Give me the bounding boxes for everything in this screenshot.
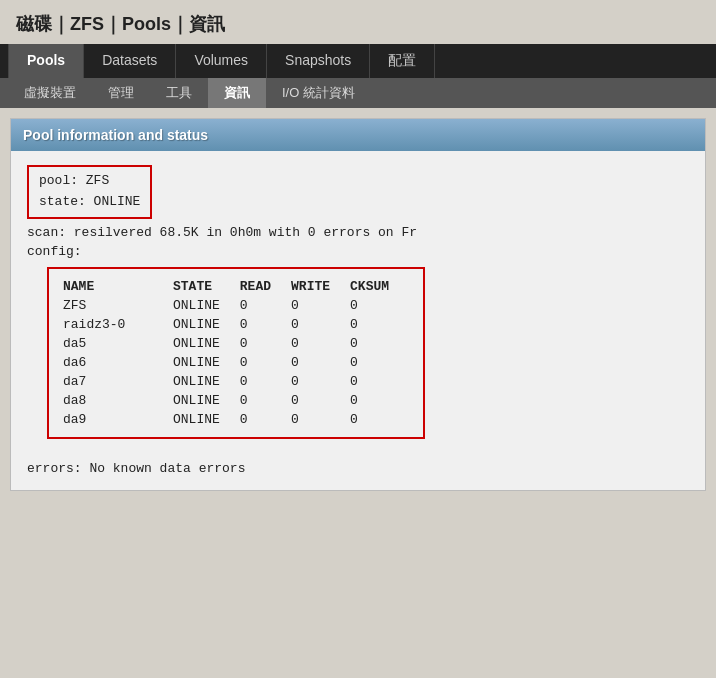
row-cksum: 0	[350, 315, 409, 334]
col-header-state: STATE	[173, 277, 240, 296]
row-name: da9	[63, 410, 173, 429]
config-table-header: NAMESTATEREADWRITECKSUM	[63, 277, 409, 296]
row-cksum: 0	[350, 410, 409, 429]
row-write: 0	[291, 372, 350, 391]
row-state: ONLINE	[173, 334, 240, 353]
row-read: 0	[240, 296, 291, 315]
row-write: 0	[291, 391, 350, 410]
config-table-box: NAMESTATEREADWRITECKSUM ZFSONLINE000 rai…	[47, 267, 425, 439]
row-write: 0	[291, 334, 350, 353]
scan-line-text: scan: resilvered 68.5K in 0h0m with 0 er…	[27, 225, 417, 240]
row-read: 0	[240, 410, 291, 429]
table-row: ZFSONLINE000	[63, 296, 409, 315]
row-state: ONLINE	[173, 372, 240, 391]
secondary-nav-tab[interactable]: 虛擬裝置	[8, 78, 92, 108]
secondary-nav-tab[interactable]: I/O 統計資料	[266, 78, 371, 108]
row-read: 0	[240, 315, 291, 334]
config-table-body: ZFSONLINE000 raidz3-0ONLINE000 da5ONLINE…	[63, 296, 409, 429]
row-write: 0	[291, 353, 350, 372]
row-write: 0	[291, 315, 350, 334]
row-name: da7	[63, 372, 173, 391]
col-header-read: READ	[240, 277, 291, 296]
pool-name-line: pool: ZFS	[39, 171, 140, 192]
row-state: ONLINE	[173, 391, 240, 410]
config-label: config:	[27, 244, 689, 259]
row-state: ONLINE	[173, 296, 240, 315]
row-name: da6	[63, 353, 173, 372]
row-write: 0	[291, 296, 350, 315]
secondary-nav-tab[interactable]: 管理	[92, 78, 150, 108]
page-wrapper: 磁碟｜ZFS｜Pools｜資訊 PoolsDatasetsVolumesSnap…	[0, 0, 716, 678]
table-row: da8ONLINE000	[63, 391, 409, 410]
col-header-write: WRITE	[291, 277, 350, 296]
row-cksum: 0	[350, 353, 409, 372]
table-row: da6ONLINE000	[63, 353, 409, 372]
row-name: da5	[63, 334, 173, 353]
primary-nav: PoolsDatasetsVolumesSnapshots配置	[0, 44, 716, 78]
secondary-nav-tab[interactable]: 工具	[150, 78, 208, 108]
row-cksum: 0	[350, 334, 409, 353]
row-state: ONLINE	[173, 410, 240, 429]
col-header-name: NAME	[63, 277, 173, 296]
config-label-text: config:	[27, 244, 82, 259]
secondary-nav: 虛擬裝置管理工具資訊I/O 統計資料	[0, 78, 716, 108]
pool-name-value: ZFS	[86, 173, 109, 188]
row-read: 0	[240, 334, 291, 353]
row-name: da8	[63, 391, 173, 410]
breadcrumb: 磁碟｜ZFS｜Pools｜資訊	[0, 0, 716, 44]
row-cksum: 0	[350, 372, 409, 391]
row-name: raidz3-0	[63, 315, 173, 334]
row-read: 0	[240, 391, 291, 410]
row-state: ONLINE	[173, 315, 240, 334]
row-cksum: 0	[350, 296, 409, 315]
section-body: pool: ZFS state: ONLINE scan: resilvered…	[11, 151, 705, 490]
secondary-nav-tab[interactable]: 資訊	[208, 78, 266, 108]
row-write: 0	[291, 410, 350, 429]
section-header-text: Pool information and status	[23, 127, 208, 143]
scan-line: scan: resilvered 68.5K in 0h0m with 0 er…	[27, 225, 689, 240]
pool-state-box: pool: ZFS state: ONLINE	[27, 165, 152, 219]
row-name: ZFS	[63, 296, 173, 315]
col-header-cksum: CKSUM	[350, 277, 409, 296]
errors-line-text: errors: No known data errors	[27, 461, 245, 476]
table-row: raidz3-0ONLINE000	[63, 315, 409, 334]
breadcrumb-text: 磁碟｜ZFS｜Pools｜資訊	[16, 14, 225, 34]
primary-nav-tab-pools[interactable]: Pools	[8, 44, 84, 78]
config-table: NAMESTATEREADWRITECKSUM ZFSONLINE000 rai…	[63, 277, 409, 429]
row-cksum: 0	[350, 391, 409, 410]
row-state: ONLINE	[173, 353, 240, 372]
table-row: da7ONLINE000	[63, 372, 409, 391]
row-read: 0	[240, 372, 291, 391]
row-read: 0	[240, 353, 291, 372]
primary-nav-tab-snapshots[interactable]: Snapshots	[267, 44, 370, 78]
content-area: Pool information and status pool: ZFS st…	[10, 118, 706, 491]
pool-state-line: state: ONLINE	[39, 192, 140, 213]
primary-nav-tab-volumes[interactable]: Volumes	[176, 44, 267, 78]
section-header: Pool information and status	[11, 119, 705, 151]
pool-state-value: ONLINE	[94, 194, 141, 209]
table-row: da9ONLINE000	[63, 410, 409, 429]
errors-line: errors: No known data errors	[27, 461, 689, 476]
primary-nav-tab-配置[interactable]: 配置	[370, 44, 435, 78]
table-row: da5ONLINE000	[63, 334, 409, 353]
primary-nav-tab-datasets[interactable]: Datasets	[84, 44, 176, 78]
